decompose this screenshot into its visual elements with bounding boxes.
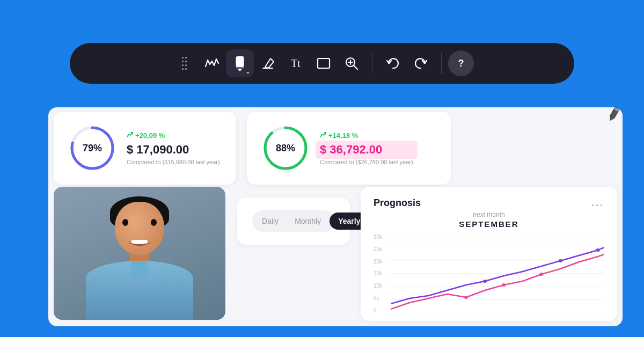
stat-badge-2: +14,18 % xyxy=(320,131,413,140)
frame-button[interactable] xyxy=(310,49,338,77)
svg-line-7 xyxy=(354,65,357,69)
percent-label-1: 79% xyxy=(83,143,102,154)
more-button[interactable]: ... xyxy=(591,197,604,209)
circle-progress-2: 88% xyxy=(262,124,309,172)
prognosis-month: SEPTEMBER xyxy=(374,219,604,229)
svg-rect-2 xyxy=(237,67,243,69)
eye-right xyxy=(151,219,157,226)
chart-y-labels: 30k 25k 20k 15k 10k 5k 0 xyxy=(374,234,389,313)
waveform-icon xyxy=(204,56,219,71)
prognosis-subtitle: next month xyxy=(374,211,604,218)
toolbar: Tt ? xyxy=(70,43,574,84)
y-label-0: 0 xyxy=(374,307,389,313)
marker-caret xyxy=(246,72,250,74)
y-label-25k: 25k xyxy=(374,246,389,252)
drag-icon xyxy=(182,57,187,70)
drag-handle-button[interactable] xyxy=(170,49,198,77)
stat-card-1: 79% +20,09 % $ 17,090.00 Compared to ($1… xyxy=(54,112,236,185)
help-button[interactable]: ? xyxy=(448,50,474,76)
zoom-icon xyxy=(345,56,358,70)
svg-rect-5 xyxy=(318,58,330,68)
toolbar-divider-1 xyxy=(372,53,372,74)
prognosis-card: Prognosis ... next month SEPTEMBER 30k 2… xyxy=(361,187,617,321)
y-label-15k: 15k xyxy=(374,270,389,276)
stat-amount-2: $ 36,792.00 xyxy=(320,143,413,157)
chart-svg-wrapper xyxy=(391,234,604,313)
marker-icon xyxy=(233,55,247,71)
face xyxy=(115,202,164,255)
y-label-20k: 20k xyxy=(374,259,389,265)
chart-svg xyxy=(391,234,604,313)
tab-daily[interactable]: Daily xyxy=(254,213,286,230)
circle-progress-1: 79% xyxy=(69,124,116,172)
redo-button[interactable] xyxy=(407,49,435,77)
svg-point-21 xyxy=(464,296,468,299)
tabs-card: Daily Monthly Yearly xyxy=(237,197,350,245)
text-button[interactable]: Tt xyxy=(282,49,310,77)
svg-point-22 xyxy=(502,283,506,287)
eye-left xyxy=(122,219,128,226)
eraser-button[interactable] xyxy=(254,49,282,77)
stat-amount-wrapper-2: $ 36,792.00 xyxy=(320,143,413,157)
svg-point-23 xyxy=(539,273,543,276)
help-icon: ? xyxy=(458,58,464,69)
svg-point-24 xyxy=(483,280,487,283)
toolbar-divider-2 xyxy=(441,53,442,74)
svg-marker-3 xyxy=(265,58,274,68)
tab-group: Daily Monthly Yearly xyxy=(252,210,335,232)
person-bg xyxy=(54,187,225,320)
percent-label-2: 88% xyxy=(276,143,295,154)
stat-compare-1: Compared to ($15,680.00 last year) xyxy=(127,159,220,165)
person-photo-card xyxy=(54,187,225,320)
zoom-button[interactable] xyxy=(338,49,365,77)
stat-info-1: +20,09 % $ 17,090.00 Compared to ($15,68… xyxy=(127,131,220,165)
stat-compare-2: Compared to ($26,780.00 last year) xyxy=(320,159,413,165)
y-label-30k: 30k xyxy=(374,234,389,240)
stat-info-2: +14,18 % $ 36,792.00 Compared to ($26,78… xyxy=(320,131,413,165)
frame-icon xyxy=(317,57,331,69)
stat-amount-1: $ 17,090.00 xyxy=(127,143,220,157)
prognosis-header: Prognosis ... xyxy=(374,197,604,209)
y-label-10k: 10k xyxy=(374,283,389,289)
prognosis-title: Prognosis xyxy=(374,197,421,209)
svg-rect-0 xyxy=(236,56,244,67)
y-label-5k: 5k xyxy=(374,295,389,301)
collar xyxy=(131,261,148,277)
undo-button[interactable] xyxy=(379,49,407,77)
smile xyxy=(128,236,151,246)
trend-up-icon-1 xyxy=(127,132,133,138)
stat-badge-1: +20,09 % xyxy=(127,131,220,140)
eraser-icon xyxy=(261,56,275,70)
redo-icon xyxy=(414,56,428,70)
waveform-button[interactable] xyxy=(198,49,226,77)
undo-icon xyxy=(386,56,400,70)
svg-point-25 xyxy=(559,259,562,262)
trend-up-icon-2 xyxy=(320,132,326,138)
marker-button[interactable] xyxy=(226,49,254,77)
svg-point-26 xyxy=(596,248,600,252)
stat-card-2: 88% +14,18 % $ 36,792.00 Compared to ($2… xyxy=(247,112,451,185)
text-icon: Tt xyxy=(291,57,301,70)
chart-container: 30k 25k 20k 15k 10k 5k 0 xyxy=(374,234,604,320)
tab-monthly[interactable]: Monthly xyxy=(287,213,328,230)
